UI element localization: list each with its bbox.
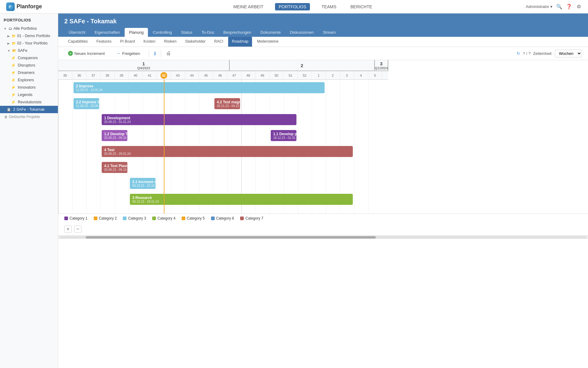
tab-dokumente[interactable]: Dokumente <box>256 28 285 37</box>
roadmap-container[interactable]: 1Q4/202323Q1/202435363738394041424344454… <box>58 60 588 368</box>
sub-tab-raci[interactable]: RACI <box>210 37 227 47</box>
week-cell: 36 <box>72 71 86 80</box>
zeiteinheit-select[interactable]: Wochen Tage Monate Quartale <box>555 50 582 57</box>
sidebar-label: Explorers <box>18 78 34 82</box>
week-cell: 39 <box>115 71 129 80</box>
sidebar-item-your-portfolio[interactable]: ▶ 📁 02 - Your Portfolio <box>0 40 58 47</box>
print-icon[interactable]: 🖨 <box>166 51 171 56</box>
svg-text:P: P <box>9 5 11 9</box>
gantt-bar[interactable]: 4 Test25.09.23 - 29.01.24 <box>102 146 353 157</box>
tab-todos[interactable]: To-Dos <box>197 28 218 37</box>
sidebar-item-conquerors[interactable]: ⚡ Conquerors <box>0 54 58 62</box>
legend-item-cat7: Category 7 <box>240 216 263 220</box>
gantt-bar[interactable]: 2.1 Increase magnetic compression09.10.2… <box>130 178 156 189</box>
logo-text: Planforge <box>17 3 42 10</box>
page-title: 2 SAFe - Tokamak <box>64 18 582 25</box>
sub-tab-risiken[interactable]: Risiken <box>160 37 180 47</box>
team-icon: ⚡ <box>11 78 16 82</box>
expand-icon: ▶ <box>7 34 10 38</box>
team-icon: ⚡ <box>11 56 16 60</box>
sidebar-label: 02 - Your Portfolio <box>17 41 47 45</box>
sub-tab-kosten[interactable]: Kosten <box>140 37 159 47</box>
gantt-bar[interactable]: 2 Improve11.09.23 - 15.01.24 <box>74 82 325 93</box>
admin-dropdown[interactable]: Administrator ▾ <box>526 4 552 9</box>
sidebar-item-demo-portfolio[interactable]: ▶ 📁 01 - Demo Portfolio <box>0 32 58 40</box>
app-logo[interactable]: P Planforge <box>6 2 42 11</box>
legend-item-cat6: Category 6 <box>211 216 234 220</box>
legend-label-cat1: Category 1 <box>70 216 88 220</box>
new-increment-button[interactable]: + Neues Increment <box>64 49 108 57</box>
sidebar-item-legends[interactable]: ⚡ Legends <box>0 91 58 98</box>
zoom-in-button[interactable]: + <box>64 225 72 233</box>
tab-besprechungen[interactable]: Besprechungen <box>219 28 255 37</box>
sidebar-label: 01 - Demo Portfolio <box>17 34 50 38</box>
sub-tab-meilensteine[interactable]: Meilensteine <box>253 37 282 47</box>
nav-meine-arbeit[interactable]: MEINE ARBEIT <box>231 3 266 10</box>
help-icon[interactable]: ❓ <box>566 4 572 10</box>
sub-tab-roadmap[interactable]: Roadmap <box>228 37 252 47</box>
week-cell: 50 <box>270 71 284 80</box>
info-icon[interactable]: ℹ <box>154 51 156 56</box>
team-icon: ⚡ <box>11 85 16 90</box>
settings-icon[interactable]: ⚙ <box>576 4 582 10</box>
sidebar-item-disruptors[interactable]: ⚡ Disruptors <box>0 62 58 69</box>
sidebar-item-dreamers[interactable]: ⚡ Dreamers <box>0 69 58 76</box>
sidebar-header: PORTFOLIOS <box>0 13 58 25</box>
sidebar-item-safe[interactable]: ▼ 📂 SAFe <box>0 47 58 54</box>
gantt-bar[interactable]: 1.1 Develop powerful magnetic field18.12… <box>271 130 296 141</box>
main-layout: PORTFOLIOS ▼ 🗂 Alle Portfolios ▶ 📁 01 - … <box>0 13 588 368</box>
gantt-bar[interactable]: 2.2 Improve Super-X system11.09.23 - 25.… <box>74 98 99 109</box>
tab-eigenschaften[interactable]: Eigenschaften <box>90 28 124 37</box>
legend-label-cat5: Category 5 <box>187 216 205 220</box>
top-right-nav: Administrator ▾ 🔍 ❓ ⚙ <box>526 4 582 10</box>
sidebar-item-explorers[interactable]: ⚡ Explorers <box>0 76 58 84</box>
legend-label-cat2: Category 2 <box>99 216 117 220</box>
tab-diskussionen[interactable]: Diskussionen <box>286 28 318 37</box>
sub-tab-stakeholder[interactable]: Stakeholder <box>182 37 209 47</box>
sub-tab-capabilities[interactable]: Capabilities <box>64 37 92 47</box>
nav-berichte[interactable]: BERICHTE <box>348 3 375 10</box>
new-increment-label: Neues Increment <box>74 51 105 56</box>
grid-line-vertical <box>58 80 58 213</box>
sidebar: PORTFOLIOS ▼ 🗂 Alle Portfolios ▶ 📁 01 - … <box>0 13 58 368</box>
week-cell: 37 <box>86 71 100 80</box>
sidebar-item-revolutionists[interactable]: ⚡ Revolutionists <box>0 98 58 106</box>
tab-ubersicht[interactable]: Übersicht <box>64 28 90 37</box>
gantt-bar[interactable]: 3 Research09.10.23 - 29.01.24 <box>130 194 353 205</box>
team-icon: ⚡ <box>11 93 16 97</box>
sub-tab-pi-board[interactable]: PI Board <box>116 37 139 47</box>
sidebar-item-innovators[interactable]: ⚡ Innovators <box>0 84 58 91</box>
week-cell: 41 <box>143 71 157 80</box>
search-icon[interactable]: 🔍 <box>556 4 562 10</box>
horizontal-scrollbar[interactable] <box>58 235 588 239</box>
week-cell: 49 <box>255 71 270 80</box>
week-cell: 51 <box>284 71 298 80</box>
tab-stream[interactable]: Stream <box>318 28 340 37</box>
tab-status[interactable]: Status <box>177 28 197 37</box>
toolbar-divider <box>149 50 149 57</box>
sidebar-item-alle-portfolios[interactable]: ▼ 🗂 Alle Portfolios <box>0 25 58 32</box>
refresh-icon[interactable]: ↻ <box>517 51 520 56</box>
legend-color-cat1 <box>64 217 68 220</box>
team-icon: ⚡ <box>11 71 16 75</box>
gantt-bar[interactable]: 1.2 Develop Tokamak25.09.23 - 09.10.23 <box>102 130 127 141</box>
sidebar-item-deleted[interactable]: 🗑 Gelöschte Projekte <box>0 113 58 121</box>
gantt-bar[interactable]: 4.2 Test magnetic field XP120.11.23 - 04… <box>214 98 240 109</box>
legend-color-cat4 <box>152 217 156 220</box>
nav-teams[interactable]: TEAMS <box>319 3 339 10</box>
nav-portfolios[interactable]: PORTFOLIOS <box>275 3 310 10</box>
legend-color-cat2 <box>94 217 97 220</box>
timeline-scroll[interactable]: 1Q4/202323Q1/202435363738394041424344454… <box>58 60 588 213</box>
gantt-bar[interactable]: 4.1 Test Plasma25.09.23 - 09.10.23 <box>102 162 127 173</box>
tab-planung[interactable]: Planung <box>125 28 148 37</box>
gantt-bar[interactable]: 1 Development25.09.23 - 01.01.24 <box>102 114 296 125</box>
legend-item-cat3: Category 3 <box>123 216 146 220</box>
freigeben-button[interactable]: → Freigeben <box>112 49 144 57</box>
tab-controlling[interactable]: Controlling <box>149 28 176 37</box>
legend-item-cat2: Category 2 <box>94 216 117 220</box>
sidebar-label: Legends <box>18 93 32 97</box>
sidebar-item-tokamak[interactable]: 📋 2 SAFe - Tokamak <box>0 106 58 113</box>
week-cell: 46 <box>213 71 227 80</box>
sub-tab-features[interactable]: Features <box>93 37 115 47</box>
zoom-out-button[interactable]: − <box>74 225 81 233</box>
